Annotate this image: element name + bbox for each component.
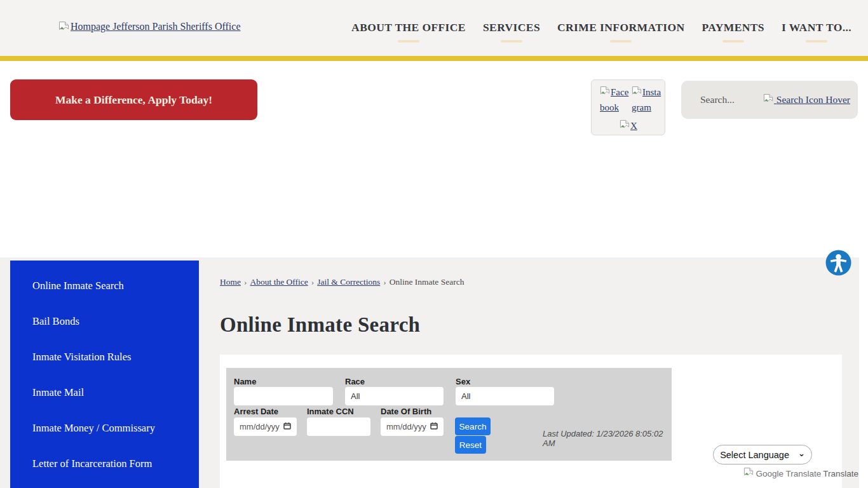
nav-item-services[interactable]: SERVICES	[483, 21, 540, 43]
search-icon-alt-text: Search Icon Hover	[776, 94, 850, 105]
chevron-down-icon: ⌄	[798, 449, 805, 458]
nav-underline-mark	[398, 40, 419, 43]
nav-label: PAYMENTS	[702, 21, 764, 34]
apply-today-label: Make a Difference, Apply Today!	[55, 93, 212, 107]
calendar-icon[interactable]	[430, 422, 438, 431]
broken-image-icon	[58, 21, 69, 36]
nav-label: CRIME INFORMATION	[557, 21, 684, 34]
broken-image-icon	[620, 121, 630, 131]
gold-divider-bar	[0, 56, 868, 61]
x-link[interactable]: X	[620, 118, 650, 133]
broken-image-icon	[600, 87, 611, 97]
sidebar-item-inmate-visitation-rules[interactable]: Inmate Visitation Rules	[10, 339, 199, 375]
nav-item-crime-information[interactable]: CRIME INFORMATION	[557, 21, 684, 43]
search-input[interactable]	[700, 92, 759, 107]
race-selected-value: All	[351, 391, 360, 401]
nav-label: I WANT TO...	[782, 21, 851, 34]
sex-selected-value: All	[461, 391, 470, 401]
nav-underline-mark	[806, 40, 827, 43]
google-translate-attribution[interactable]: Google Translate Translate	[743, 467, 858, 480]
nav-label: ABOUT THE OFFICE	[351, 21, 466, 34]
breadcrumb: Home›About the Office›Jail & Corrections…	[220, 277, 464, 287]
breadcrumb-separator: ›	[244, 277, 247, 287]
sidebar-item-bail-bonds[interactable]: Bail Bonds	[10, 304, 199, 339]
race-label: Race	[345, 377, 365, 386]
inmate-ccn-input[interactable]	[307, 417, 370, 436]
nav-item-about-the-office[interactable]: ABOUT THE OFFICE	[351, 21, 466, 43]
search-icon-link[interactable]: Search Icon Hover	[763, 93, 850, 105]
broken-image-icon	[763, 94, 774, 105]
language-select[interactable]: Select Language ⌄	[713, 445, 812, 464]
language-select-value: Select Language	[720, 450, 789, 460]
breadcrumb-separator: ›	[383, 277, 386, 287]
race-select[interactable]: All	[345, 387, 444, 405]
dob-input[interactable]: mm/dd/yyy	[381, 417, 444, 436]
logo-link[interactable]: Hompage Jefferson Parish Sheriffs Office	[58, 21, 241, 36]
dob-value: mm/dd/yyy	[386, 422, 426, 431]
site-search-bar: Search Icon Hover	[681, 81, 858, 119]
accessibility-icon	[825, 268, 851, 278]
sidebar-item-inmate-money-commissary[interactable]: Inmate Money / Commissary	[10, 410, 199, 446]
breadcrumb-separator: ›	[311, 277, 315, 287]
google-translate-alt-text: Google Translate	[756, 469, 821, 478]
breadcrumb-home[interactable]: Home	[220, 277, 241, 287]
inmate-search-form: Name Race Sex All All Arrest Date Inmate…	[226, 368, 672, 461]
top-nav-bar: Hompage Jefferson Parish Sheriffs Office…	[0, 0, 868, 56]
breadcrumb-about-the-office[interactable]: About the Office	[250, 277, 308, 287]
social-links-box: Facebook Instagram X	[591, 79, 665, 135]
last-updated-text: Last Updated: 1/23/2026 8:05:02 AM	[543, 429, 670, 448]
translate-label: Translate	[823, 469, 858, 478]
broken-image-icon	[743, 467, 754, 480]
nav-item-payments[interactable]: PAYMENTS	[702, 21, 764, 43]
facebook-link[interactable]: Facebook	[600, 85, 630, 115]
nav-label: SERVICES	[483, 21, 540, 34]
name-input[interactable]	[234, 387, 333, 405]
logo-alt-text: Hompage Jefferson Parish Sheriffs Office	[71, 21, 241, 32]
arrest-date-label: Arrest Date	[234, 407, 278, 416]
instagram-link[interactable]: Instagram	[632, 85, 662, 115]
sidebar-item-online-inmate-search[interactable]: Online Inmate Search	[10, 268, 199, 304]
accessibility-widget-button[interactable]	[825, 250, 851, 276]
reset-button[interactable]: Reset	[455, 436, 486, 454]
x-alt-text: X	[630, 121, 637, 131]
inmate-ccn-label: Inmate CCN	[307, 407, 354, 416]
search-button[interactable]: Search	[455, 417, 491, 435]
nav-underline-mark	[722, 40, 744, 43]
calendar-icon[interactable]	[283, 422, 291, 431]
nav-underline-mark	[501, 40, 522, 43]
broken-image-icon	[632, 87, 642, 97]
sex-select[interactable]: All	[456, 387, 554, 405]
name-label: Name	[234, 377, 256, 386]
dob-label: Date Of Birth	[381, 407, 431, 416]
page-title: Online Inmate Search	[220, 313, 420, 337]
nav-underline-mark	[610, 40, 632, 43]
sidebar-item-inmate-mail[interactable]: Inmate Mail	[10, 375, 199, 410]
sidebar-nav: Online Inmate Search Bail Bonds Inmate V…	[10, 261, 199, 488]
content-section: Online Inmate Search Bail Bonds Inmate V…	[0, 257, 859, 488]
arrest-date-value: mm/dd/yyy	[240, 422, 280, 431]
primary-nav: ABOUT THE OFFICE SERVICES CRIME INFORMAT…	[351, 21, 851, 43]
breadcrumb-current: Online Inmate Search	[390, 277, 465, 287]
nav-item-i-want-to[interactable]: I WANT TO...	[782, 21, 851, 43]
apply-today-button[interactable]: Make a Difference, Apply Today!	[10, 79, 257, 120]
arrest-date-input[interactable]: mm/dd/yyy	[234, 417, 297, 436]
sex-label: Sex	[456, 377, 470, 386]
sidebar-item-letter-of-incarceration-form[interactable]: Letter of Incarceration Form	[10, 446, 199, 482]
breadcrumb-jail-corrections[interactable]: Jail & Corrections	[317, 277, 380, 287]
